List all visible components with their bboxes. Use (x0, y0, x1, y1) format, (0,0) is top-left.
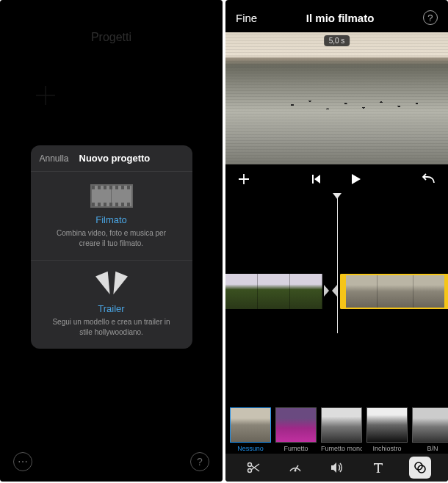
sheet-option-movie[interactable]: Filmato Combina video, foto e musica per… (31, 172, 192, 261)
scissors-icon (246, 460, 261, 475)
transport-bar (225, 164, 448, 194)
text-tool[interactable] (367, 457, 389, 479)
cancel-button[interactable]: Annulla (40, 153, 69, 164)
spotlights-icon (38, 271, 185, 299)
filter-thumbnail (321, 407, 362, 443)
undo-button[interactable] (422, 173, 436, 185)
more-button[interactable]: ⋯ (13, 452, 32, 471)
help-icon: ? (427, 12, 433, 23)
new-project-sheet: Annulla Nuovo progetto Filmato Combina v… (31, 145, 192, 349)
filter-thumbnail (412, 407, 448, 443)
filter-option[interactable]: Fumetto mono (321, 407, 362, 452)
filter-option[interactable]: B/N (412, 407, 448, 452)
filters-tool[interactable] (409, 457, 431, 479)
speedometer-icon (288, 460, 303, 475)
duration-badge: 5,0 s (324, 35, 350, 46)
transition-button[interactable] (324, 283, 337, 299)
skip-back-button[interactable] (310, 173, 322, 185)
transition-icon (324, 285, 337, 297)
editor-header: Fine Il mio filmato ? (225, 0, 448, 32)
playhead[interactable] (337, 194, 338, 333)
volume-tool[interactable] (325, 457, 347, 479)
option-title: Filmato (38, 214, 185, 225)
sheet-title: Nuovo progetto (79, 153, 151, 164)
video-preview[interactable]: 5,0 s (225, 32, 448, 164)
filter-thumbnail (275, 407, 317, 443)
svg-point-0 (248, 463, 252, 467)
speaker-icon (329, 460, 344, 475)
cut-tool[interactable] (242, 457, 264, 479)
sheet-option-trailer[interactable]: Trailer Segui un modello e crea un trail… (31, 261, 192, 349)
filter-option[interactable]: Fumetto (275, 407, 317, 452)
svg-point-1 (248, 469, 252, 473)
filter-thumbnail (230, 407, 271, 443)
filters-row: NessunoFumettoFumetto monoInchiostroB/N (225, 407, 448, 452)
filter-label: Fumetto (275, 445, 317, 452)
filter-label: Nessuno (230, 445, 271, 452)
filter-option[interactable]: Inchiostro (366, 407, 408, 452)
clip-2-selected[interactable] (340, 274, 448, 309)
help-button[interactable]: ? (190, 452, 209, 471)
option-title: Trailer (38, 303, 185, 314)
filter-option[interactable]: Nessuno (230, 407, 271, 452)
filmstrip-icon (38, 182, 185, 210)
play-button[interactable] (348, 172, 363, 186)
ellipsis-icon: ⋯ (18, 456, 28, 468)
left-screen: Progetti Annulla Nuovo progetto Filmato … (0, 0, 223, 482)
project-title: Il mio filmato (306, 12, 375, 24)
clip-1[interactable] (225, 274, 322, 309)
filter-label: B/N (412, 445, 448, 452)
filters-icon (413, 460, 427, 475)
timeline[interactable] (225, 194, 448, 333)
done-button[interactable]: Fine (236, 12, 257, 24)
filter-label: Fumetto mono (321, 445, 362, 452)
speed-tool[interactable] (284, 457, 306, 479)
help-icon: ? (197, 456, 203, 468)
svg-point-2 (294, 470, 296, 472)
text-icon (371, 460, 386, 475)
right-screen: Fine Il mio filmato ? 5,0 s (225, 0, 448, 482)
add-media-button[interactable] (237, 172, 250, 186)
filter-label: Inchiostro (366, 445, 408, 452)
option-desc: Segui un modello e crea un trailer in st… (38, 317, 185, 337)
option-desc: Combina video, foto e musica per creare … (38, 228, 185, 248)
editor-toolbar (225, 454, 448, 482)
filter-thumbnail (366, 407, 408, 443)
help-button[interactable]: ? (423, 10, 438, 25)
sheet-header: Annulla Nuovo progetto (31, 145, 192, 172)
